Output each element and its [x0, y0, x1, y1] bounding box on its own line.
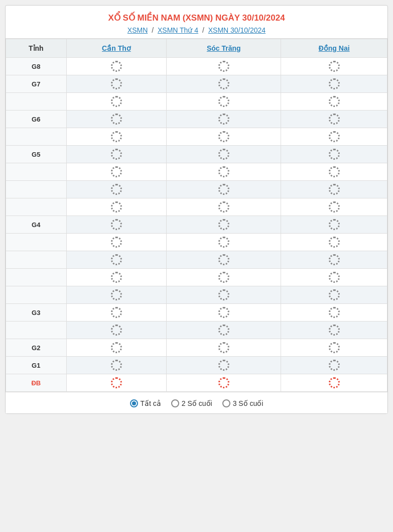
- row-value: [66, 322, 167, 339]
- loading-spinner: [218, 201, 229, 212]
- col-soc-trang-link[interactable]: Sóc Trăng: [207, 44, 241, 52]
- nav-xsmn[interactable]: XSMN: [127, 26, 148, 34]
- separator-1: /: [152, 26, 154, 34]
- row-label: ĐB: [6, 374, 67, 392]
- row-value: [66, 234, 167, 251]
- nav-xsmn-date[interactable]: XSMN 30/10/2024: [208, 26, 266, 34]
- row-value: [66, 339, 167, 357]
- table-row: [6, 163, 387, 181]
- loading-spinner: [218, 237, 229, 248]
- row-value: [66, 216, 167, 234]
- row-value: [281, 75, 387, 93]
- row-value: [66, 357, 167, 374]
- row-value: [167, 128, 281, 146]
- radio-2-so-cuoi[interactable]: 2 Số cuối: [171, 399, 212, 407]
- row-label: G6: [6, 111, 67, 128]
- col-dong-nai[interactable]: Đồng Nai: [281, 39, 387, 58]
- main-container: XỔ SỐ MIỀN NAM (XSMN) NGÀY 30/10/2024 XS…: [5, 5, 388, 414]
- col-can-tho[interactable]: Cần Thơ: [66, 39, 167, 58]
- loading-spinner: [329, 219, 340, 230]
- row-value: [66, 181, 167, 198]
- row-value: [281, 251, 387, 269]
- row-value: [281, 374, 387, 392]
- row-value: [167, 216, 281, 234]
- loading-spinner: [111, 166, 122, 177]
- radio-tat-ca-circle[interactable]: [130, 399, 138, 407]
- row-value: [167, 181, 281, 198]
- radio-2-so-cuoi-circle[interactable]: [171, 399, 179, 407]
- row-value: [66, 374, 167, 392]
- table-row: G1: [6, 357, 387, 374]
- loading-spinner: [218, 184, 229, 195]
- table-row: [6, 234, 387, 251]
- loading-spinner: [218, 131, 229, 142]
- col-can-tho-link[interactable]: Cần Thơ: [102, 44, 131, 52]
- loading-spinner: [329, 377, 340, 388]
- row-label: [6, 322, 67, 339]
- loading-spinner: [111, 201, 122, 212]
- table-row: [6, 128, 387, 146]
- row-value: [281, 286, 387, 304]
- row-label: [6, 128, 67, 146]
- loading-spinner: [111, 289, 122, 300]
- loading-spinner: [329, 307, 340, 318]
- row-value: [281, 269, 387, 286]
- col-soc-trang[interactable]: Sóc Trăng: [167, 39, 281, 58]
- table-row: G4: [6, 216, 387, 234]
- nav-xsmn-thu4[interactable]: XSMN Thứ 4: [158, 26, 198, 34]
- row-value: [167, 304, 281, 322]
- row-label: [6, 198, 67, 216]
- loading-spinner: [111, 254, 122, 265]
- row-value: [281, 198, 387, 216]
- row-value: [167, 58, 281, 75]
- radio-3-so-cuoi-circle[interactable]: [222, 399, 230, 407]
- loading-spinner: [329, 149, 340, 160]
- loading-spinner: [329, 201, 340, 212]
- row-value: [167, 322, 281, 339]
- col-dong-nai-link[interactable]: Đồng Nai: [319, 44, 350, 52]
- loading-spinner: [218, 61, 229, 72]
- loading-spinner: [218, 272, 229, 283]
- loading-spinner: [329, 114, 340, 125]
- row-value: [66, 146, 167, 163]
- loading-spinner: [329, 184, 340, 195]
- table-header-row: Tỉnh Cần Thơ Sóc Trăng Đồng Nai: [6, 39, 387, 58]
- row-value: [66, 111, 167, 128]
- row-label: G8: [6, 58, 67, 75]
- row-value: [66, 286, 167, 304]
- loading-spinner: [329, 96, 340, 107]
- loading-spinner: [218, 307, 229, 318]
- row-value: [66, 58, 167, 75]
- row-value: [281, 339, 387, 357]
- table-row: [6, 93, 387, 111]
- table-row: G3: [6, 304, 387, 322]
- loading-spinner: [218, 149, 229, 160]
- loading-spinner: [218, 219, 229, 230]
- breadcrumb: XSMN / XSMN Thứ 4 / XSMN 30/10/2024: [11, 26, 382, 34]
- row-label: [6, 181, 67, 198]
- loading-spinner: [111, 325, 122, 336]
- loading-spinner: [111, 377, 122, 388]
- page-title: XỔ SỐ MIỀN NAM (XSMN) NGÀY 30/10/2024: [11, 13, 382, 23]
- row-value: [66, 93, 167, 111]
- loading-spinner: [329, 78, 340, 89]
- radio-tat-ca[interactable]: Tất cả: [130, 399, 161, 407]
- loading-spinner: [329, 166, 340, 177]
- row-value: [281, 128, 387, 146]
- row-value: [281, 322, 387, 339]
- row-label: [6, 251, 67, 269]
- table-row: [6, 251, 387, 269]
- loading-spinner: [111, 184, 122, 195]
- loading-spinner: [111, 219, 122, 230]
- table-row: [6, 269, 387, 286]
- row-value: [167, 111, 281, 128]
- row-value: [66, 251, 167, 269]
- row-value: [281, 234, 387, 251]
- loading-spinner: [218, 78, 229, 89]
- row-value: [281, 216, 387, 234]
- row-value: [66, 269, 167, 286]
- table-row: ĐB: [6, 374, 387, 392]
- row-label: [6, 163, 67, 181]
- radio-3-so-cuoi[interactable]: 3 Số cuối: [222, 399, 264, 407]
- loading-spinner: [329, 325, 340, 336]
